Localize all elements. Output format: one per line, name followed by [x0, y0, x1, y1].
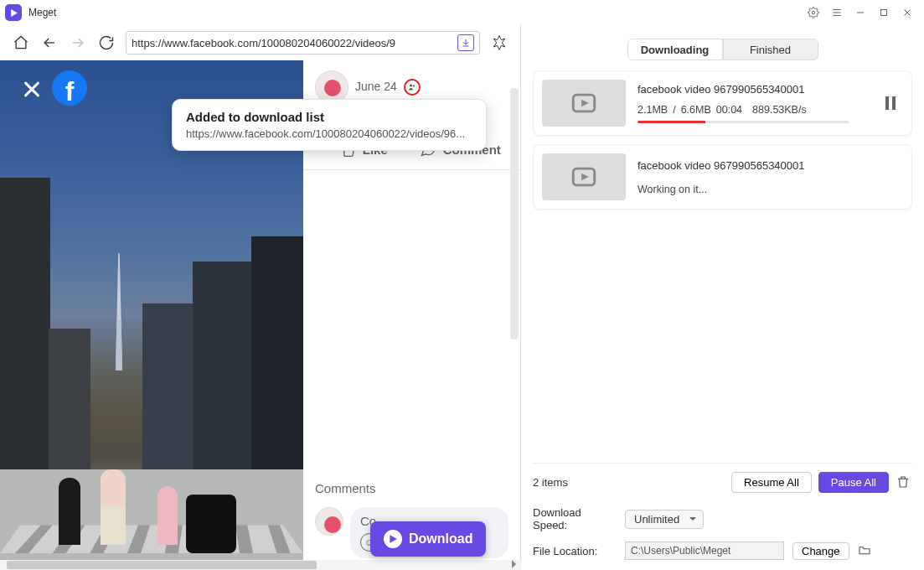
close-video-button[interactable]	[20, 77, 44, 101]
forward-icon[interactable]	[69, 34, 87, 52]
audience-icon[interactable]	[404, 79, 421, 96]
svg-marker-17	[581, 174, 589, 181]
url-download-icon[interactable]	[457, 34, 474, 51]
browser-toolbar: https://www.facebook.com/100080204060022…	[0, 25, 520, 60]
svg-point-1	[812, 11, 815, 14]
download-item[interactable]: facebook video 967990565340001 Working o…	[533, 144, 912, 210]
svg-marker-13	[581, 100, 589, 107]
svg-rect-6	[881, 10, 887, 16]
pin-icon[interactable]	[490, 34, 508, 52]
location-label: File Location:	[533, 545, 617, 557]
menu-icon[interactable]	[825, 1, 849, 24]
download-item[interactable]: facebook video 967990565340001 2.1MB / 6…	[533, 70, 912, 136]
download-status: Working on it...	[638, 184, 903, 195]
download-panel: Downloading Finished facebook video 9679…	[521, 25, 924, 570]
svg-point-10	[413, 85, 415, 86]
item-count: 2 items	[533, 476, 725, 489]
minimize-button[interactable]	[849, 1, 872, 24]
location-setting: File Location: C:\Users\Public\Meget Cha…	[533, 536, 912, 570]
title-bar: Meget	[0, 0, 924, 25]
video-thumb-icon	[542, 80, 626, 127]
maximize-button[interactable]	[872, 1, 896, 24]
toast-url: https://www.facebook.com/100080204060022…	[186, 127, 472, 140]
close-window-button[interactable]	[896, 1, 919, 24]
svg-rect-15	[892, 96, 896, 110]
delete-icon[interactable]	[896, 474, 912, 491]
speed-select[interactable]: Unlimited	[625, 510, 704, 529]
url-bar[interactable]: https://www.facebook.com/100080204060022…	[126, 31, 480, 54]
change-button[interactable]: Change	[792, 542, 849, 560]
settings-icon[interactable]	[802, 1, 825, 24]
download-title: facebook video 967990565340001	[638, 83, 878, 96]
home-icon[interactable]	[12, 34, 30, 52]
comments-heading: Comments	[315, 481, 508, 495]
vertical-scrollbar[interactable]	[510, 88, 519, 339]
app-icon	[5, 4, 22, 21]
empire-state-silhouette	[116, 253, 122, 370]
speed-setting: Download Speed: Unlimited	[533, 501, 912, 536]
download-tabs: Downloading Finished	[533, 39, 912, 60]
progress-bar	[638, 121, 849, 123]
download-title: facebook video 967990565340001	[638, 159, 903, 172]
location-path[interactable]: C:\Users\Public\Meget	[625, 542, 784, 560]
download-button-label: Download	[409, 531, 472, 547]
post-date: June 24	[355, 80, 397, 93]
svg-marker-11	[390, 535, 396, 543]
download-button[interactable]: Download	[370, 521, 486, 557]
folder-icon[interactable]	[858, 543, 871, 559]
tab-finished[interactable]: Finished	[723, 39, 818, 60]
resume-all-button[interactable]: Resume All	[731, 472, 812, 493]
download-toast: Added to download list https://www.faceb…	[172, 99, 487, 151]
svg-point-9	[410, 85, 412, 87]
download-pill-icon	[384, 530, 402, 548]
video-thumb-icon	[542, 153, 626, 200]
browser-panel: https://www.facebook.com/100080204060022…	[0, 25, 521, 570]
horizontal-scrollbar[interactable]	[0, 560, 521, 570]
speed-label: Download Speed:	[533, 506, 617, 531]
url-text: https://www.facebook.com/100080204060022…	[132, 37, 454, 49]
download-footer: 2 items Resume All Pause All	[533, 463, 912, 501]
pause-all-button[interactable]: Pause All	[818, 472, 889, 493]
back-icon[interactable]	[40, 34, 59, 52]
app-title: Meget	[28, 7, 56, 18]
reload-icon[interactable]	[97, 34, 116, 52]
tab-downloading[interactable]: Downloading	[627, 39, 723, 60]
comment-avatar	[315, 507, 343, 536]
facebook-icon[interactable]: f	[52, 70, 87, 106]
download-stats: 2.1MB / 6.6MB 00:04 889.53KB/s	[638, 104, 878, 116]
svg-marker-0	[11, 9, 18, 17]
download-list: facebook video 967990565340001 2.1MB / 6…	[533, 70, 912, 463]
pause-button[interactable]	[878, 96, 903, 111]
svg-rect-14	[885, 96, 889, 110]
toast-title: Added to download list	[186, 110, 472, 124]
